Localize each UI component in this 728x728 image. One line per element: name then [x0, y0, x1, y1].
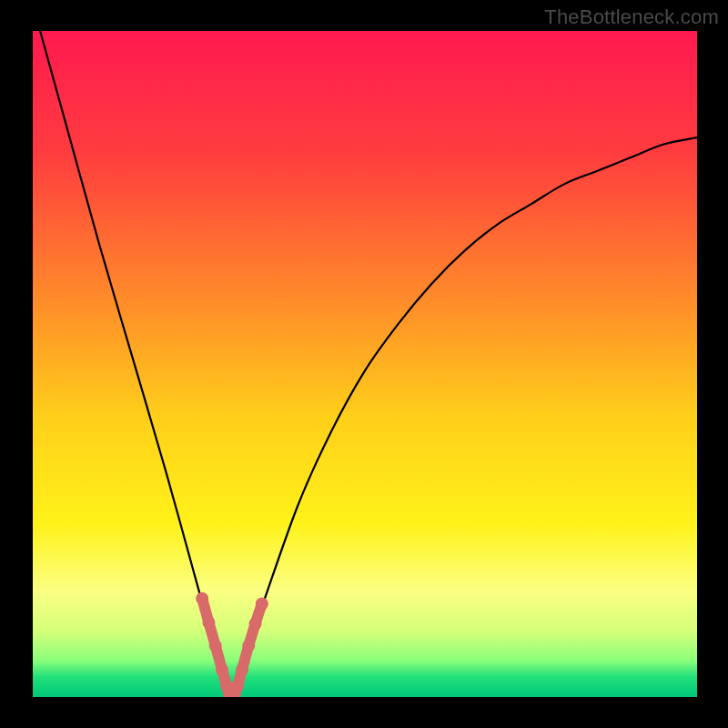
optimal-dip-dot	[216, 663, 228, 676]
optimal-dip-dot	[231, 680, 244, 693]
plot-background	[33, 31, 697, 697]
optimal-dip-dot	[242, 640, 255, 652]
optimal-dip-dot	[209, 640, 222, 652]
watermark-text: TheBottleneck.com	[544, 5, 719, 29]
optimal-dip-dot	[256, 598, 268, 611]
optimal-dip-dot	[202, 616, 215, 629]
optimal-dip-dot	[249, 617, 262, 630]
chart-stage: TheBottleneck.com	[0, 0, 728, 728]
optimal-dip-dot	[196, 592, 208, 605]
optimal-dip-dot	[236, 663, 248, 676]
bottleneck-chart	[0, 0, 728, 728]
